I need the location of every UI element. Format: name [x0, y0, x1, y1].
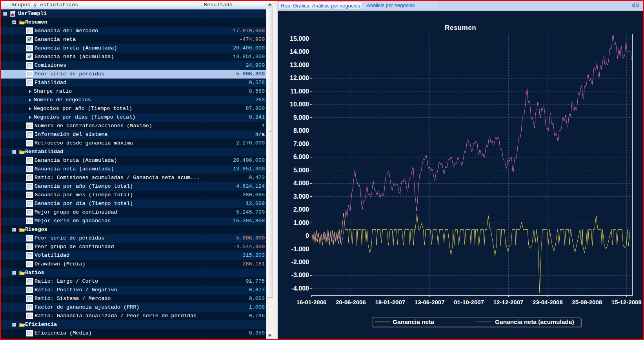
svg-text:Ganancia neta (acumulada): Ganancia neta (acumulada)	[495, 318, 574, 325]
svg-text:Ganancia neta: Ganancia neta	[393, 318, 434, 325]
svg-text:2.000: 2.000	[293, 206, 309, 213]
svg-text:Resumen: Resumen	[445, 24, 476, 31]
svg-text:13-06-2007: 13-06-2007	[415, 299, 445, 305]
svg-text:7.000: 7.000	[293, 141, 309, 147]
svg-text:8.000: 8.000	[293, 127, 309, 134]
svg-text:01-10-2007: 01-10-2007	[454, 299, 484, 305]
svg-text:15-12-2008: 15-12-2008	[611, 299, 642, 305]
svg-text:18-01-2007: 18-01-2007	[375, 299, 405, 305]
svg-text:13.000: 13.000	[290, 62, 309, 68]
svg-text:-1.000: -1.000	[291, 246, 309, 252]
svg-text:10.000: 10.000	[290, 101, 309, 108]
svg-text:12-12-2007: 12-12-2007	[493, 299, 524, 305]
svg-text:-2.000: -2.000	[291, 259, 309, 265]
svg-text:-3.000: -3.000	[291, 272, 309, 278]
svg-text:-4.000: -4.000	[291, 285, 309, 292]
svg-text:12.000: 12.000	[290, 75, 309, 81]
svg-text:14.000: 14.000	[290, 48, 309, 55]
svg-text:4.000: 4.000	[293, 180, 309, 186]
svg-text:20-06-2006: 20-06-2006	[336, 299, 366, 305]
svg-text:1.000: 1.000	[293, 219, 309, 226]
svg-text:15.000: 15.000	[290, 35, 309, 42]
svg-text:9.000: 9.000	[293, 114, 309, 121]
svg-text:16-01-2006: 16-01-2006	[297, 299, 327, 305]
svg-text:25-08-2008: 25-08-2008	[572, 299, 602, 305]
svg-text:6.000: 6.000	[293, 154, 309, 160]
svg-text:0: 0	[306, 232, 309, 239]
svg-text:5.000: 5.000	[293, 167, 309, 174]
svg-text:23-04-2008: 23-04-2008	[533, 299, 563, 305]
svg-text:11.000: 11.000	[290, 88, 309, 95]
svg-text:3.000: 3.000	[293, 193, 309, 200]
